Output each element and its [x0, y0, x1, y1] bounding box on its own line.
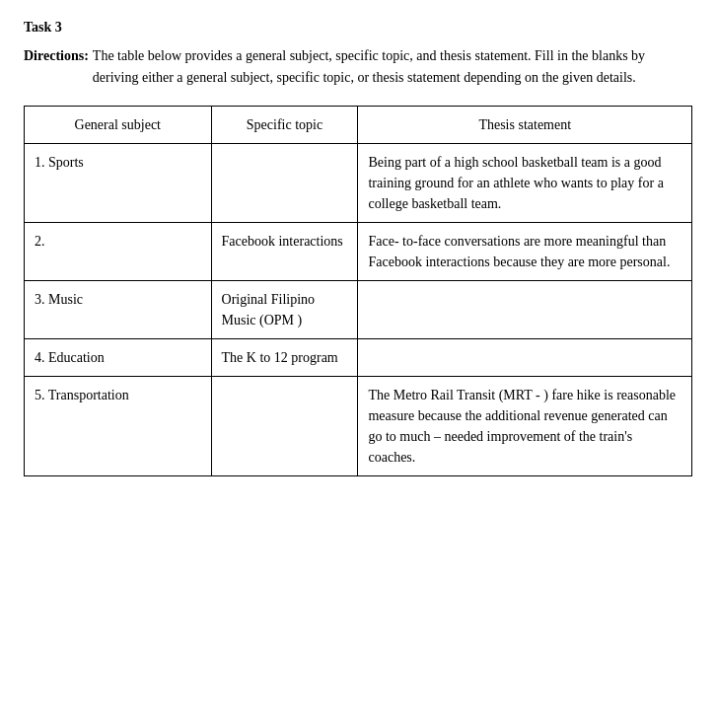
table-row: 1. SportsBeing part of a high school bas…	[25, 144, 692, 223]
cell-thesis-4	[358, 339, 692, 377]
cell-general-2: 2.	[25, 223, 212, 281]
main-table: General subject Specific topic Thesis st…	[24, 106, 692, 476]
cell-thesis-5: The Metro Rail Transit (MRT - ) fare hik…	[358, 377, 692, 476]
cell-thesis-2: Face- to-face conversations are more mea…	[358, 223, 692, 281]
cell-specific-1	[211, 144, 358, 223]
header-thesis: Thesis statement	[358, 107, 692, 144]
cell-thesis-3	[358, 281, 692, 339]
task-title: Task 3	[24, 20, 692, 36]
header-general: General subject	[25, 107, 212, 144]
cell-general-5: 5. Transportation	[25, 377, 212, 476]
directions-text: The table below provides a general subje…	[93, 45, 692, 88]
table-row: 4. EducationThe K to 12 program	[25, 339, 692, 377]
table-row: 2.Facebook interactionsFace- to-face con…	[25, 223, 692, 281]
cell-specific-4: The K to 12 program	[211, 339, 358, 377]
cell-thesis-1: Being part of a high school basketball t…	[358, 144, 692, 223]
cell-specific-2: Facebook interactions	[211, 223, 358, 281]
directions-label: Directions:	[24, 45, 89, 88]
header-specific: Specific topic	[211, 107, 358, 144]
cell-specific-3: Original Filipino Music (OPM )	[211, 281, 358, 339]
cell-general-3: 3. Music	[25, 281, 212, 339]
directions-block: Directions: The table below provides a g…	[24, 45, 692, 88]
table-row: 3. MusicOriginal Filipino Music (OPM )	[25, 281, 692, 339]
cell-general-4: 4. Education	[25, 339, 212, 377]
table-header-row: General subject Specific topic Thesis st…	[25, 107, 692, 144]
cell-general-1: 1. Sports	[25, 144, 212, 223]
table-row: 5. TransportationThe Metro Rail Transit …	[25, 377, 692, 476]
cell-specific-5	[211, 377, 358, 476]
